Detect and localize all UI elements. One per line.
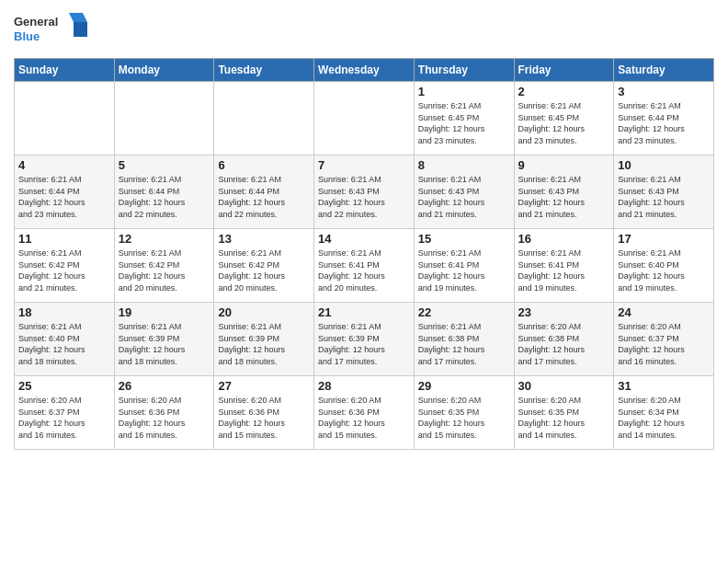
day-info: Sunrise: 6:21 AM Sunset: 6:38 PM Dayligh…: [418, 321, 510, 367]
day-info: Sunrise: 6:20 AM Sunset: 6:36 PM Dayligh…: [119, 395, 210, 441]
day-info: Sunrise: 6:21 AM Sunset: 6:39 PM Dayligh…: [119, 321, 210, 367]
day-number: 10: [618, 158, 710, 172]
week-row-5: 25Sunrise: 6:20 AM Sunset: 6:37 PM Dayli…: [15, 376, 714, 450]
day-number: 7: [318, 158, 410, 172]
day-info: Sunrise: 6:21 AM Sunset: 6:39 PM Dayligh…: [318, 321, 410, 367]
calendar-cell: 6Sunrise: 6:21 AM Sunset: 6:44 PM Daylig…: [214, 155, 314, 229]
calendar-cell: 9Sunrise: 6:21 AM Sunset: 6:43 PM Daylig…: [514, 155, 614, 229]
day-number: 18: [18, 305, 110, 319]
calendar-cell: 20Sunrise: 6:21 AM Sunset: 6:39 PM Dayli…: [214, 303, 314, 376]
calendar-table: SundayMondayTuesdayWednesdayThursdayFrid…: [14, 58, 714, 450]
svg-text:General: General: [14, 15, 58, 29]
day-info: Sunrise: 6:21 AM Sunset: 6:43 PM Dayligh…: [318, 174, 410, 220]
day-info: Sunrise: 6:21 AM Sunset: 6:40 PM Dayligh…: [618, 247, 710, 293]
header-day-friday: Friday: [514, 59, 614, 82]
calendar-cell: 1Sunrise: 6:21 AM Sunset: 6:45 PM Daylig…: [414, 82, 514, 155]
day-info: Sunrise: 6:21 AM Sunset: 6:39 PM Dayligh…: [218, 321, 310, 367]
day-info: Sunrise: 6:20 AM Sunset: 6:35 PM Dayligh…: [518, 395, 610, 441]
week-row-2: 4Sunrise: 6:21 AM Sunset: 6:44 PM Daylig…: [15, 155, 714, 229]
calendar-cell: 23Sunrise: 6:20 AM Sunset: 6:38 PM Dayli…: [514, 303, 614, 376]
header-day-thursday: Thursday: [414, 59, 514, 82]
header-day-sunday: Sunday: [15, 59, 115, 82]
day-number: 12: [119, 232, 210, 246]
day-info: Sunrise: 6:21 AM Sunset: 6:42 PM Dayligh…: [218, 247, 310, 293]
day-info: Sunrise: 6:20 AM Sunset: 6:38 PM Dayligh…: [518, 321, 610, 367]
day-info: Sunrise: 6:21 AM Sunset: 6:45 PM Dayligh…: [518, 100, 610, 146]
calendar-cell: 13Sunrise: 6:21 AM Sunset: 6:42 PM Dayli…: [214, 229, 314, 303]
calendar-cell: [15, 82, 115, 155]
day-info: Sunrise: 6:20 AM Sunset: 6:37 PM Dayligh…: [618, 321, 710, 367]
day-number: 24: [618, 305, 710, 319]
day-number: 29: [418, 379, 510, 393]
calendar-cell: 24Sunrise: 6:20 AM Sunset: 6:37 PM Dayli…: [614, 303, 714, 376]
logo: General Blue: [14, 9, 87, 51]
day-number: 13: [218, 232, 310, 246]
day-number: 16: [518, 232, 610, 246]
day-number: 4: [18, 158, 110, 172]
day-info: Sunrise: 6:20 AM Sunset: 6:34 PM Dayligh…: [618, 395, 710, 441]
day-info: Sunrise: 6:21 AM Sunset: 6:44 PM Dayligh…: [218, 174, 310, 220]
calendar-cell: 14Sunrise: 6:21 AM Sunset: 6:41 PM Dayli…: [314, 229, 415, 303]
day-info: Sunrise: 6:20 AM Sunset: 6:37 PM Dayligh…: [18, 395, 110, 441]
calendar-cell: 30Sunrise: 6:20 AM Sunset: 6:35 PM Dayli…: [514, 376, 614, 450]
day-number: 6: [218, 158, 310, 172]
header-day-monday: Monday: [114, 59, 214, 82]
day-number: 22: [418, 305, 510, 319]
day-info: Sunrise: 6:21 AM Sunset: 6:43 PM Dayligh…: [518, 174, 610, 220]
svg-text:Blue: Blue: [14, 29, 40, 43]
day-number: 19: [119, 305, 210, 319]
calendar-cell: 2Sunrise: 6:21 AM Sunset: 6:45 PM Daylig…: [514, 82, 614, 155]
day-number: 17: [618, 232, 710, 246]
calendar-cell: 26Sunrise: 6:20 AM Sunset: 6:36 PM Dayli…: [114, 376, 214, 450]
calendar-cell: 12Sunrise: 6:21 AM Sunset: 6:42 PM Dayli…: [114, 229, 214, 303]
day-info: Sunrise: 6:21 AM Sunset: 6:41 PM Dayligh…: [518, 247, 610, 293]
day-info: Sunrise: 6:21 AM Sunset: 6:45 PM Dayligh…: [418, 100, 510, 146]
day-number: 2: [518, 85, 610, 98]
calendar-cell: [214, 82, 314, 155]
day-info: Sunrise: 6:21 AM Sunset: 6:41 PM Dayligh…: [418, 247, 510, 293]
day-number: 27: [218, 379, 310, 393]
day-info: Sunrise: 6:21 AM Sunset: 6:44 PM Dayligh…: [18, 174, 110, 220]
logo-svg: General Blue: [14, 9, 87, 51]
day-number: 28: [318, 379, 410, 393]
day-number: 25: [18, 379, 110, 393]
calendar-cell: 17Sunrise: 6:21 AM Sunset: 6:40 PM Dayli…: [614, 229, 714, 303]
day-info: Sunrise: 6:21 AM Sunset: 6:44 PM Dayligh…: [119, 174, 210, 220]
day-info: Sunrise: 6:21 AM Sunset: 6:40 PM Dayligh…: [18, 321, 110, 367]
header: General Blue: [14, 9, 714, 51]
calendar-cell: [114, 82, 214, 155]
calendar-cell: 3Sunrise: 6:21 AM Sunset: 6:44 PM Daylig…: [614, 82, 714, 155]
day-number: 1: [418, 85, 510, 98]
calendar-cell: 7Sunrise: 6:21 AM Sunset: 6:43 PM Daylig…: [314, 155, 415, 229]
day-number: 26: [119, 379, 210, 393]
calendar-header: SundayMondayTuesdayWednesdayThursdayFrid…: [15, 59, 714, 82]
day-number: 9: [518, 158, 610, 172]
calendar-cell: 11Sunrise: 6:21 AM Sunset: 6:42 PM Dayli…: [15, 229, 115, 303]
calendar-cell: [314, 82, 415, 155]
day-info: Sunrise: 6:20 AM Sunset: 6:35 PM Dayligh…: [418, 395, 510, 441]
calendar-cell: 15Sunrise: 6:21 AM Sunset: 6:41 PM Dayli…: [414, 229, 514, 303]
calendar-cell: 4Sunrise: 6:21 AM Sunset: 6:44 PM Daylig…: [15, 155, 115, 229]
calendar-cell: 5Sunrise: 6:21 AM Sunset: 6:44 PM Daylig…: [114, 155, 214, 229]
header-day-tuesday: Tuesday: [214, 59, 314, 82]
day-number: 3: [618, 85, 710, 98]
day-number: 14: [318, 232, 410, 246]
day-number: 31: [618, 379, 710, 393]
day-number: 5: [119, 158, 210, 172]
calendar-cell: 27Sunrise: 6:20 AM Sunset: 6:36 PM Dayli…: [214, 376, 314, 450]
day-number: 15: [418, 232, 510, 246]
day-number: 21: [318, 305, 410, 319]
calendar-cell: 29Sunrise: 6:20 AM Sunset: 6:35 PM Dayli…: [414, 376, 514, 450]
day-info: Sunrise: 6:21 AM Sunset: 6:44 PM Dayligh…: [618, 100, 710, 146]
page-container: General Blue SundayMondayTuesdayWednesda…: [0, 0, 728, 454]
day-number: 11: [18, 232, 110, 246]
calendar-cell: 16Sunrise: 6:21 AM Sunset: 6:41 PM Dayli…: [514, 229, 614, 303]
day-info: Sunrise: 6:20 AM Sunset: 6:36 PM Dayligh…: [218, 395, 310, 441]
day-number: 20: [218, 305, 310, 319]
svg-marker-2: [69, 13, 87, 22]
calendar-cell: 31Sunrise: 6:20 AM Sunset: 6:34 PM Dayli…: [614, 376, 714, 450]
day-info: Sunrise: 6:20 AM Sunset: 6:36 PM Dayligh…: [318, 395, 410, 441]
day-info: Sunrise: 6:21 AM Sunset: 6:42 PM Dayligh…: [119, 247, 210, 293]
calendar-cell: 28Sunrise: 6:20 AM Sunset: 6:36 PM Dayli…: [314, 376, 415, 450]
header-row: SundayMondayTuesdayWednesdayThursdayFrid…: [15, 59, 714, 82]
